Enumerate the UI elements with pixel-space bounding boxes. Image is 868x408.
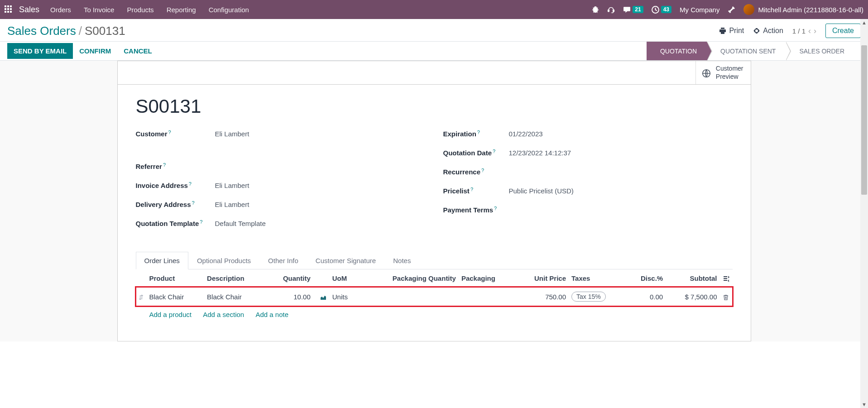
menu-configuration[interactable]: Configuration (209, 6, 249, 14)
label-payment-terms: Payment Terms? (443, 206, 509, 214)
top-navbar: Sales Orders To Invoice Products Reporti… (0, 0, 868, 19)
pager-next[interactable]: › (814, 26, 816, 36)
user-menu[interactable]: Mitchell Admin (22118808-16-0-all) (743, 4, 863, 15)
svg-rect-0 (608, 10, 609, 11)
drag-handle-icon[interactable]: ⇵ (139, 294, 144, 301)
menu-products[interactable]: Products (127, 6, 153, 14)
customer-preview-button[interactable]: Customer Preview (695, 61, 751, 84)
col-quantity: Quantity (266, 269, 313, 287)
menu-reporting[interactable]: Reporting (167, 6, 196, 14)
col-unit-price: Unit Price (515, 269, 569, 287)
tab-other-info[interactable]: Other Info (259, 252, 307, 269)
cell-subtotal: $ 7,500.00 (666, 287, 719, 307)
messages-badge: 21 (633, 6, 643, 13)
print-icon (719, 27, 726, 34)
stage-sales-order[interactable]: SALES ORDER (786, 42, 854, 60)
col-packaging: Packaging (459, 269, 515, 287)
label-expiration: Expiration? (443, 130, 509, 138)
send-by-email-button[interactable]: SEND BY EMAIL (7, 43, 73, 59)
messages-icon[interactable]: 21 (623, 6, 643, 14)
action-button[interactable]: Action (753, 27, 783, 35)
breadcrumb-current: S00131 (85, 24, 125, 38)
col-pkg-qty: Packaging Quantity (360, 269, 459, 287)
status-bar: SEND BY EMAIL CONFIRM CANCEL QUOTATION Q… (0, 41, 868, 61)
breadcrumb: Sales Orders / S00131 (7, 24, 125, 38)
label-referrer: Referrer? (136, 163, 215, 170)
delete-row-icon[interactable] (723, 293, 729, 301)
status-stages: QUOTATION QUOTATION SENT SALES ORDER (647, 42, 854, 60)
apps-icon[interactable] (5, 5, 13, 14)
svg-rect-1 (613, 10, 614, 11)
field-pricelist[interactable]: Public Pricelist (USD) (509, 187, 574, 195)
col-taxes: Taxes (569, 269, 626, 287)
field-invoice-address[interactable]: Eli Lambert (215, 182, 249, 189)
order-title: S00131 (136, 96, 733, 117)
brand-sales[interactable]: Sales (19, 5, 39, 14)
field-customer[interactable]: Eli Lambert (215, 130, 249, 138)
cancel-button[interactable]: CANCEL (117, 43, 158, 59)
label-delivery-address: Delivery Address? (136, 201, 215, 208)
menu-orders[interactable]: Orders (50, 6, 71, 14)
cell-unit-price[interactable]: 750.00 (515, 287, 569, 307)
cell-product[interactable]: Black Chair (147, 287, 205, 307)
stage-quotation[interactable]: QUOTATION (647, 42, 707, 60)
gear-icon (753, 27, 760, 34)
create-button[interactable]: Create (825, 24, 861, 38)
label-pricelist: Pricelist? (443, 187, 509, 195)
pager: 1 / 1 ‹ › (792, 26, 816, 36)
cell-pkg[interactable] (459, 287, 515, 307)
col-description: Description (204, 269, 266, 287)
add-note-link[interactable]: Add a note (256, 311, 289, 318)
columns-config-icon[interactable] (720, 269, 733, 287)
col-uom: UoM (330, 269, 360, 287)
stage-quotation-sent[interactable]: QUOTATION SENT (707, 42, 786, 60)
field-quotation-template[interactable]: Default Template (215, 220, 266, 227)
cell-description[interactable]: Black Chair (204, 287, 266, 307)
print-button[interactable]: Print (719, 27, 744, 35)
tab-optional-products[interactable]: Optional Products (188, 252, 259, 269)
scrollbar[interactable]: ▲ ▼ (860, 19, 868, 341)
support-icon[interactable] (607, 6, 615, 14)
confirm-button[interactable]: CONFIRM (73, 43, 117, 59)
cell-quantity[interactable]: 10.00 (266, 287, 313, 307)
globe-icon (701, 67, 711, 78)
order-lines-table: Product Description Quantity UoM Packagi… (136, 269, 733, 323)
cell-uom[interactable]: Units (330, 287, 360, 307)
company-switcher[interactable]: My Company (680, 6, 719, 14)
label-recurrence: Recurrence? (443, 168, 509, 176)
label-customer: Customer? (136, 130, 215, 138)
bug-icon[interactable] (592, 6, 599, 13)
label-quotation-date: Quotation Date? (443, 149, 509, 157)
tab-order-lines[interactable]: Order Lines (136, 252, 188, 269)
cell-pkg-qty[interactable] (360, 287, 459, 307)
cell-disc[interactable]: 0.00 (626, 287, 666, 307)
main-menu: Orders To Invoice Products Reporting Con… (50, 6, 249, 14)
table-row[interactable]: ⇵ Black Chair Black Chair 10.00 Units 75… (136, 287, 733, 307)
scroll-thumb[interactable] (861, 45, 867, 195)
field-quotation-date[interactable]: 12/23/2022 14:12:37 (509, 149, 571, 157)
col-subtotal: Subtotal (666, 269, 719, 287)
cell-taxes[interactable]: Tax 15% (571, 292, 606, 302)
field-delivery-address[interactable]: Eli Lambert (215, 201, 249, 208)
form-sheet: Customer Preview S00131 Customer?Eli Lam… (117, 61, 751, 341)
activities-badge: 43 (661, 6, 671, 13)
sheet-background: Customer Preview S00131 Customer?Eli Lam… (0, 61, 868, 341)
tools-icon[interactable] (728, 6, 735, 14)
avatar (743, 4, 754, 15)
add-product-link[interactable]: Add a product (149, 311, 192, 318)
tabs: Order Lines Optional Products Other Info… (136, 251, 733, 269)
scroll-up-icon[interactable]: ▲ (862, 20, 867, 25)
tab-notes[interactable]: Notes (384, 252, 419, 269)
forecast-icon[interactable] (320, 293, 327, 301)
pager-prev[interactable]: ‹ (808, 26, 811, 36)
add-section-link[interactable]: Add a section (203, 311, 244, 318)
field-expiration[interactable]: 01/22/2023 (509, 130, 543, 138)
user-name: Mitchell Admin (22118808-16-0-all) (758, 6, 863, 14)
menu-to-invoice[interactable]: To Invoice (84, 6, 115, 14)
activities-icon[interactable]: 43 (652, 6, 671, 14)
col-product: Product (147, 269, 205, 287)
breadcrumb-parent[interactable]: Sales Orders (7, 24, 76, 38)
col-disc: Disc.% (626, 269, 666, 287)
tab-customer-signature[interactable]: Customer Signature (307, 252, 384, 269)
label-invoice-address: Invoice Address? (136, 182, 215, 189)
